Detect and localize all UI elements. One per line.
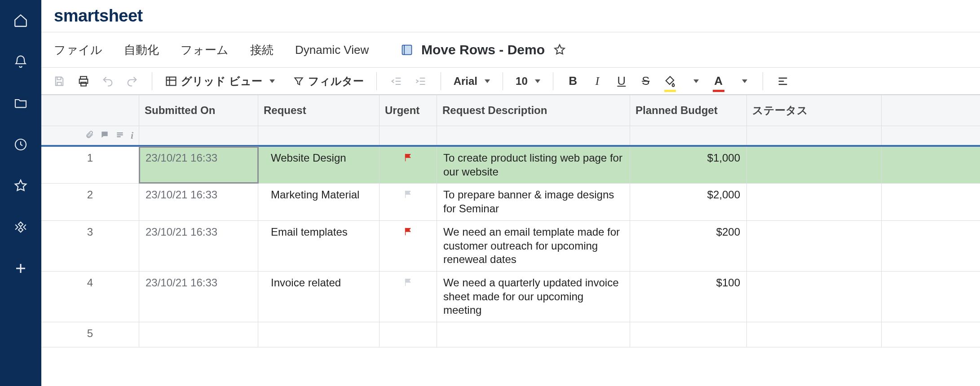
cell-submitted-on[interactable] [139, 322, 258, 347]
flag-icon[interactable] [403, 189, 413, 203]
fill-color-swatch [664, 90, 676, 92]
table-row[interactable]: 1 23/10/21 16:33 Website Design To creat… [41, 147, 980, 184]
home-icon[interactable] [13, 13, 29, 29]
cell-description[interactable]: To prepare banner & image designs for Se… [437, 184, 630, 220]
menu-dynamic-view[interactable]: Dynamic View [295, 43, 369, 57]
print-button[interactable] [75, 72, 93, 90]
cell-budget[interactable] [630, 322, 747, 347]
underline-button[interactable]: U [613, 72, 631, 90]
cell-urgent[interactable] [380, 184, 437, 220]
table-row[interactable]: 4 23/10/21 16:33 Invoice related We need… [41, 272, 980, 322]
notifications-icon[interactable] [13, 54, 29, 70]
cell-status[interactable] [747, 272, 882, 322]
row-number-cell[interactable]: 1 [41, 147, 139, 183]
cell-submitted-on[interactable]: 23/10/21 16:33 [139, 272, 258, 322]
cell-status[interactable] [747, 147, 882, 183]
flag-icon[interactable] [403, 277, 413, 291]
cell-status[interactable] [747, 221, 882, 271]
cell-description[interactable] [437, 322, 630, 347]
bold-button[interactable]: B [564, 72, 582, 90]
align-left-button[interactable] [774, 72, 792, 90]
cell-description[interactable]: We need an email template made for custo… [437, 221, 630, 271]
flag-icon[interactable] [403, 226, 413, 240]
cell-description[interactable]: We need a quarterly updated invoice shee… [437, 272, 630, 322]
sheet-icon [401, 44, 413, 56]
menu-file[interactable]: ファイル [54, 42, 102, 58]
recents-icon[interactable] [13, 136, 29, 153]
favorites-icon[interactable] [13, 178, 29, 194]
row-number-cell[interactable]: 2 [41, 184, 139, 220]
toolbar-separator [763, 72, 763, 90]
cell-budget[interactable]: $2,000 [630, 184, 747, 220]
text-color-dropdown[interactable] [734, 72, 752, 90]
cell-request[interactable] [258, 322, 380, 347]
column-header-description[interactable]: Request Description [437, 95, 630, 126]
menu-form[interactable]: フォーム [181, 42, 229, 58]
cell-request[interactable]: Website Design [258, 147, 380, 183]
attachment-icon[interactable] [85, 129, 94, 142]
fill-color-dropdown[interactable] [685, 72, 703, 90]
toolbar: グリッド ビュー フィルター Arial 10 B I U S [41, 67, 980, 95]
toolbar-separator [553, 72, 553, 90]
save-button[interactable] [50, 72, 68, 90]
cell-request[interactable]: Email templates [258, 221, 380, 271]
table-row[interactable]: 3 23/10/21 16:33 Email templates We need… [41, 221, 980, 272]
column-header-status[interactable]: ステータス [747, 95, 882, 126]
font-size-select[interactable]: 10 [514, 72, 542, 90]
strikethrough-button[interactable]: S [637, 72, 655, 90]
svg-rect-6 [117, 132, 123, 134]
redo-button[interactable] [123, 72, 141, 90]
cell-urgent[interactable] [380, 147, 437, 183]
outdent-button[interactable] [388, 72, 406, 90]
cell-budget[interactable]: $1,000 [630, 147, 747, 183]
cell-submitted-on[interactable]: 23/10/21 16:33 [139, 147, 258, 183]
row-number-cell[interactable]: 3 [41, 221, 139, 271]
browse-icon[interactable] [13, 95, 29, 111]
font-family-select[interactable]: Arial [452, 72, 492, 90]
star-icon[interactable] [553, 43, 566, 57]
cell-urgent[interactable] [380, 322, 437, 347]
comment-icon[interactable] [100, 129, 109, 142]
cell-urgent[interactable] [380, 272, 437, 322]
indent-button[interactable] [412, 72, 430, 90]
filter-button[interactable]: フィルター [291, 72, 366, 90]
info-icon[interactable]: i [131, 130, 133, 141]
column-header-budget[interactable]: Planned Budget [630, 95, 747, 126]
sheet-title[interactable]: Move Rows - Demo [421, 42, 545, 57]
create-icon[interactable] [13, 260, 29, 276]
proof-icon[interactable] [115, 129, 124, 142]
flag-icon[interactable] [403, 152, 413, 166]
italic-button[interactable]: I [588, 72, 606, 90]
cell-status[interactable] [747, 322, 882, 347]
fill-color-button[interactable] [661, 72, 679, 90]
column-header-request[interactable]: Request [258, 95, 380, 126]
table-row[interactable]: 5 [41, 322, 980, 347]
app-logo: smartsheet [54, 6, 143, 26]
cell-budget[interactable]: $200 [630, 221, 747, 271]
toolbar-separator [503, 72, 503, 90]
column-header-submitted-on[interactable]: Submitted On [139, 95, 258, 126]
cell-submitted-on[interactable]: 23/10/21 16:33 [139, 184, 258, 220]
workapps-icon[interactable] [13, 219, 29, 235]
view-switcher[interactable]: グリッド ビュー [163, 72, 277, 90]
cell-budget[interactable]: $100 [630, 272, 747, 322]
cell-request[interactable]: Marketing Material [258, 184, 380, 220]
main-area: smartsheet ファイル 自動化 フォーム 接続 Dynamic View… [41, 0, 980, 386]
row-number-cell[interactable]: 4 [41, 272, 139, 322]
grid-subheader-row: i [41, 126, 980, 147]
column-header-urgent[interactable]: Urgent [380, 95, 437, 126]
cell-request[interactable]: Invoice related [258, 272, 380, 322]
text-color-button[interactable]: A [710, 72, 728, 90]
cell-submitted-on[interactable]: 23/10/21 16:33 [139, 221, 258, 271]
toolbar-separator [441, 72, 441, 90]
undo-button[interactable] [99, 72, 117, 90]
cell-urgent[interactable] [380, 221, 437, 271]
menu-connect[interactable]: 接続 [250, 42, 274, 58]
cell-status[interactable] [747, 184, 882, 220]
cell-description[interactable]: To create product listing web page for o… [437, 147, 630, 183]
table-row[interactable]: 2 23/10/21 16:33 Marketing Material To p… [41, 184, 980, 220]
menu-automation[interactable]: 自動化 [124, 42, 159, 58]
subheader-cell [437, 126, 630, 145]
row-number-cell[interactable]: 5 [41, 322, 139, 347]
font-size-label: 10 [516, 75, 528, 88]
